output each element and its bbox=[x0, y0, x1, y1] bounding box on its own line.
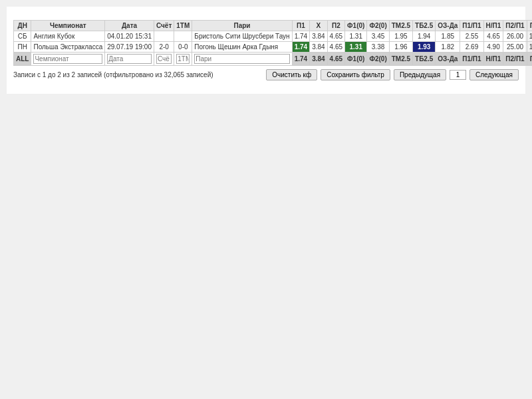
footer-f2: Ф2(0) bbox=[367, 53, 389, 66]
cell-x: 3.84 bbox=[310, 42, 327, 53]
cell-f1: 1.31 bbox=[345, 31, 367, 42]
col-header-score: Счёт bbox=[154, 21, 174, 31]
footer-p2: 4.65 bbox=[327, 53, 344, 66]
cell-p1n1: 2.69 bbox=[460, 42, 483, 53]
col-header-hn1: Н/П1 bbox=[483, 21, 503, 31]
pagination-controls: Очистить кф Сохранить фильтр Предыдущая … bbox=[266, 69, 519, 80]
cell-pari: Бристоль Сити Шрусбери Таун bbox=[192, 31, 292, 42]
cell-hn1: 4.65 bbox=[483, 31, 503, 42]
cell-p1: 1.74 bbox=[292, 31, 309, 42]
cell-f2: 3.45 bbox=[367, 31, 389, 42]
col-header-f2: Ф2(0) bbox=[367, 21, 389, 31]
table-row: ПНПольша Экстракласса29.07.19 19:002-00-… bbox=[14, 42, 533, 53]
main-table: ДН Чемпионат Дата Счёт 1ТМ Пари П1 X П2 … bbox=[13, 20, 532, 66]
next-page-button[interactable]: Следующая bbox=[469, 69, 519, 80]
cell-tm25: 1.95 bbox=[389, 31, 412, 42]
col-header-dn: ДН bbox=[14, 21, 31, 31]
table-row: СБАнглия Кубок04.01.20 15:31Бристоль Сит… bbox=[14, 31, 533, 42]
cell-p2p1: 25.00 bbox=[503, 42, 527, 53]
col-header-tm25: ТМ2.5 bbox=[389, 21, 412, 31]
cell-p1h: 16.00 bbox=[527, 31, 532, 42]
cell-f2: 3.38 bbox=[367, 42, 389, 53]
date-filter-input[interactable] bbox=[107, 54, 152, 64]
col-header-x: X bbox=[310, 21, 327, 31]
footer-pari-input[interactable] bbox=[192, 53, 292, 66]
cell-dn: ПН bbox=[14, 42, 31, 53]
cell-1tm bbox=[174, 31, 192, 42]
cell-score: 2-0 bbox=[154, 42, 174, 53]
col-header-1tm: 1ТМ bbox=[174, 21, 192, 31]
footer-f1: Ф1(0) bbox=[345, 53, 367, 66]
cell-p1: 1.74 bbox=[292, 42, 309, 53]
cell-score bbox=[154, 31, 174, 42]
cell-tb25: 1.93 bbox=[413, 42, 436, 53]
footer-x: 3.84 bbox=[310, 53, 327, 66]
records-info: Записи с 1 до 2 из 2 записей (отфильтров… bbox=[13, 71, 213, 78]
cell-tm25: 1.96 bbox=[389, 42, 412, 53]
footer-p1: 1.74 bbox=[292, 53, 309, 66]
col-header-tb25: ТБ2.5 bbox=[413, 21, 436, 31]
cell-champ: Англия Кубок bbox=[31, 31, 105, 42]
footer-champ-input[interactable] bbox=[31, 53, 105, 66]
cell-p2: 4.65 bbox=[327, 31, 344, 42]
cell-hn1: 4.90 bbox=[483, 42, 503, 53]
cell-p1h: 16.50 bbox=[527, 42, 532, 53]
champ-filter-input[interactable] bbox=[33, 54, 102, 64]
footer-tb25: ТБ2.5 bbox=[413, 53, 436, 66]
footer-all: ALL bbox=[14, 53, 31, 66]
cell-pari: Погонь Щешин Арка Гдыня bbox=[192, 42, 292, 53]
footer-score-input[interactable] bbox=[154, 53, 174, 66]
cell-ozda: 1.82 bbox=[436, 42, 460, 53]
save-filter-button[interactable]: Сохранить фильтр bbox=[321, 69, 390, 80]
footer-tm25: ТМ2.5 bbox=[389, 53, 412, 66]
footer-filter-row: ALL 1.74 3.84 4.65 Ф1(0) Ф2(0) ТМ2.5 ТБ2… bbox=[14, 53, 533, 66]
col-header-p1: П1 bbox=[292, 21, 309, 31]
footer-p2p1: П2/П1 bbox=[503, 53, 527, 66]
cell-date: 04.01.20 15:31 bbox=[105, 31, 154, 42]
page-number-input[interactable] bbox=[450, 70, 466, 80]
cell-1tm: 0-0 bbox=[174, 42, 192, 53]
col-header-ozda: ОЗ-Да bbox=[436, 21, 460, 31]
clear-filter-button[interactable]: Очистить кф bbox=[266, 69, 317, 80]
pari-filter-input[interactable] bbox=[194, 54, 289, 64]
cell-f1: 1.31 bbox=[345, 42, 367, 53]
header-row: ДН Чемпионат Дата Счёт 1ТМ Пари П1 X П2 … bbox=[14, 21, 533, 31]
col-header-p1h: П1/Н bbox=[527, 21, 532, 31]
col-header-f1: Ф1(0) bbox=[345, 21, 367, 31]
score-filter-input[interactable] bbox=[156, 54, 172, 64]
col-header-p2p1: П2/П1 bbox=[503, 21, 527, 31]
bottom-bar: Записи с 1 до 2 из 2 записей (отфильтров… bbox=[13, 69, 519, 80]
cell-dn: СБ bbox=[14, 31, 31, 42]
footer-p1h: П1/Н bbox=[527, 53, 532, 66]
cell-tb25: 1.94 bbox=[413, 31, 436, 42]
cell-x: 3.84 bbox=[310, 31, 327, 42]
footer-p1n1: П1/П1 bbox=[460, 53, 483, 66]
footer-date-input[interactable] bbox=[105, 53, 154, 66]
footer-1tm-input[interactable] bbox=[174, 53, 192, 66]
cell-ozda: 1.85 bbox=[436, 31, 460, 42]
col-header-pari: Пари bbox=[192, 21, 292, 31]
col-header-p2: П2 bbox=[327, 21, 344, 31]
prev-page-button[interactable]: Предыдущая bbox=[394, 69, 446, 80]
footer-ozda: ОЗ-Да bbox=[436, 53, 460, 66]
cell-p2: 4.65 bbox=[327, 42, 344, 53]
col-header-p1n1: П1/П1 bbox=[460, 21, 483, 31]
cell-p1n1: 2.55 bbox=[460, 31, 483, 42]
cell-champ: Польша Экстракласса bbox=[31, 42, 105, 53]
col-header-date: Дата bbox=[105, 21, 154, 31]
1tm-filter-input[interactable] bbox=[176, 54, 190, 64]
col-header-champ: Чемпионат bbox=[31, 21, 105, 31]
cell-date: 29.07.19 19:00 bbox=[105, 42, 154, 53]
footer-hn1: Н/П1 bbox=[483, 53, 503, 66]
cell-p2p1: 26.00 bbox=[503, 31, 527, 42]
